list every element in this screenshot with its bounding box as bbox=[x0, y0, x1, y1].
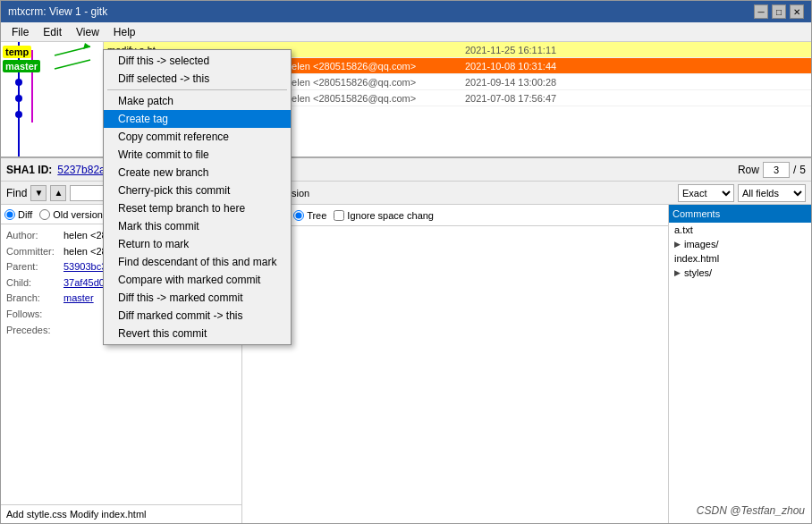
follows-label: Follows: bbox=[6, 307, 60, 323]
branch-value[interactable]: master bbox=[63, 291, 94, 307]
commit-message-text: Add stytle.css Modify index.html bbox=[6, 509, 147, 520]
diff-view-radio[interactable] bbox=[4, 209, 15, 220]
oldver-view-radio[interactable] bbox=[39, 209, 50, 220]
context-menu: Diff this -> selected Diff selected -> t… bbox=[103, 49, 292, 345]
commit-message-box: Add stytle.css Modify index.html bbox=[1, 504, 241, 523]
row-current-input[interactable] bbox=[763, 162, 790, 178]
file-item[interactable]: ▶ styles/ bbox=[669, 266, 811, 280]
commit-author: helen <280515826@qq.com> bbox=[286, 93, 465, 104]
minimize-button[interactable]: ─ bbox=[754, 4, 768, 19]
oldver-view-label: Old version bbox=[53, 209, 103, 220]
ctx-diff-selected-this[interactable]: Diff selected -> this bbox=[104, 70, 291, 88]
tree-radio[interactable] bbox=[293, 210, 304, 221]
ctx-return-to-mark[interactable]: Return to mark bbox=[104, 235, 291, 253]
branch-temp-label: temp bbox=[3, 46, 31, 58]
precedes-label: Precedes: bbox=[6, 323, 60, 339]
ctx-find-descendant[interactable]: Find descendant of this and mark bbox=[104, 253, 291, 271]
file-item[interactable]: a.txt bbox=[669, 223, 811, 237]
oldver-radio-group: Old version bbox=[39, 209, 103, 220]
branch-master-label: master bbox=[3, 60, 40, 72]
window-title: mtxcrm: View 1 - gitk bbox=[8, 5, 107, 18]
svg-point-5 bbox=[15, 95, 22, 102]
search-options: Exact IgnCase Regexp All fields Headline… bbox=[678, 184, 806, 202]
fields-select[interactable]: All fields Headline Comments Author Comm… bbox=[738, 184, 806, 202]
main-window: mtxcrm: View 1 - gitk ─ □ ✕ File Edit Vi… bbox=[0, 0, 812, 524]
ctx-compare-marked[interactable]: Compare with marked commit bbox=[104, 271, 291, 289]
ctx-cherry-pick[interactable]: Cherry-pick this commit bbox=[104, 182, 291, 199]
commit-author: helen <280515826@qq.com> bbox=[286, 77, 465, 88]
diff-radio-group: Diff bbox=[4, 209, 32, 220]
folder-name: images/ bbox=[684, 239, 719, 249]
ctx-mark-commit[interactable]: Mark this commit bbox=[104, 217, 291, 235]
menu-help[interactable]: Help bbox=[106, 24, 143, 39]
branch-label-detail: Branch: bbox=[6, 291, 60, 307]
find-label: Find bbox=[6, 187, 27, 199]
patch-options: Patch Tree Ignore space chang bbox=[242, 205, 668, 226]
ctx-create-new-branch[interactable]: Create new branch bbox=[104, 164, 291, 182]
ignore-space-group: Ignore space chang bbox=[334, 210, 434, 221]
svg-marker-8 bbox=[83, 43, 90, 49]
graph-area: temp master bbox=[1, 42, 104, 156]
file-item[interactable]: ▶ images/ bbox=[669, 237, 811, 251]
ctx-copy-commit-ref[interactable]: Copy commit reference bbox=[104, 128, 291, 146]
watermark: CSDN @Testfan_zhou bbox=[697, 504, 805, 517]
svg-point-4 bbox=[15, 79, 22, 86]
svg-line-9 bbox=[55, 60, 90, 69]
row-separator: / bbox=[793, 164, 796, 176]
menu-view[interactable]: View bbox=[69, 24, 106, 39]
close-button[interactable]: ✕ bbox=[790, 4, 804, 19]
row-label: Row bbox=[738, 164, 759, 176]
svg-point-6 bbox=[15, 111, 22, 118]
ctx-diff-this-marked[interactable]: Diff this -> marked commit bbox=[104, 289, 291, 307]
file-name: a.txt bbox=[674, 224, 693, 235]
sha1-label: SHA1 ID: bbox=[6, 164, 52, 176]
folder-arrow-icon: ▶ bbox=[674, 240, 681, 249]
ctx-write-commit-to-file[interactable]: Write commit to file bbox=[104, 146, 291, 164]
author-label: Author: bbox=[6, 228, 60, 244]
ctx-revert-commit[interactable]: Revert this commit bbox=[104, 325, 291, 342]
ignore-space-checkbox[interactable] bbox=[334, 210, 344, 221]
title-bar: mtxcrm: View 1 - gitk ─ □ ✕ bbox=[1, 1, 811, 22]
exact-select[interactable]: Exact IgnCase Regexp bbox=[678, 184, 734, 202]
commit-date: 2021-10-08 10:31:44 bbox=[465, 61, 556, 72]
child-label: Child: bbox=[6, 275, 60, 292]
parent-label: Parent: bbox=[6, 259, 60, 275]
window-controls: ─ □ ✕ bbox=[754, 4, 804, 19]
menu-edit[interactable]: Edit bbox=[36, 24, 69, 39]
ignore-space-label: Ignore space chang bbox=[347, 210, 434, 221]
ctx-diff-marked-this[interactable]: Diff marked commit -> this bbox=[104, 307, 291, 325]
ctx-reset-temp[interactable]: Reset temp branch to here bbox=[104, 199, 291, 217]
committer-label: Committer: bbox=[6, 244, 60, 260]
maximize-button[interactable]: □ bbox=[772, 4, 786, 19]
tree-label: Tree bbox=[307, 210, 326, 221]
folder-name: styles/ bbox=[684, 267, 712, 278]
commit-date: 2021-09-14 13:00:28 bbox=[465, 77, 556, 88]
find-next-button[interactable]: ▲ bbox=[50, 185, 66, 201]
tree-radio-group: Tree bbox=[293, 210, 326, 221]
file-name: index.html bbox=[674, 253, 719, 264]
ctx-create-tag[interactable]: Create tag bbox=[104, 110, 291, 128]
row-total: 5 bbox=[799, 164, 806, 176]
folder-arrow-icon: ▶ bbox=[674, 268, 681, 277]
commit-date: 2021-07-08 17:56:47 bbox=[465, 93, 556, 104]
file-item[interactable]: index.html bbox=[669, 251, 811, 266]
commit-date: 2021-11-25 16:11:11 bbox=[465, 45, 556, 55]
ctx-separator-1 bbox=[107, 89, 287, 90]
ctx-make-patch[interactable]: Make patch bbox=[104, 92, 291, 110]
find-prev-button[interactable]: ▼ bbox=[30, 185, 47, 201]
patch-area: Patch Tree Ignore space chang bbox=[242, 205, 668, 523]
files-pane: Comments a.txt ▶ images/ index.html ▶ st… bbox=[668, 205, 811, 523]
files-header: Comments bbox=[669, 205, 811, 223]
patch-content bbox=[242, 226, 668, 523]
row-info: Row / 5 bbox=[738, 162, 806, 178]
ctx-diff-this-selected[interactable]: Diff this -> selected bbox=[104, 52, 291, 70]
menu-bar: File Edit View Help bbox=[1, 22, 811, 42]
commit-author: helen <280515826@qq.com> bbox=[286, 61, 465, 72]
menu-file[interactable]: File bbox=[4, 24, 36, 39]
diff-view-label: Diff bbox=[18, 209, 32, 220]
